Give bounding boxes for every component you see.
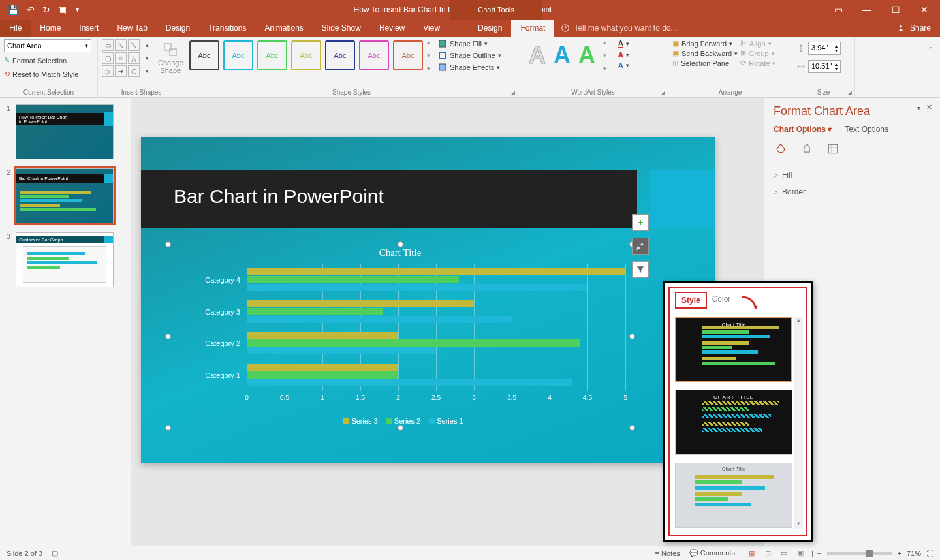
style-tab[interactable]: Style <box>675 292 707 309</box>
share-button[interactable]: Share <box>889 20 940 37</box>
align-button[interactable]: ⊫Align ▾ <box>740 39 776 48</box>
tab-chart-format[interactable]: Format <box>511 20 554 37</box>
text-effects-button[interactable]: A ▾ <box>618 61 629 69</box>
fit-to-window-icon[interactable]: ⛶ <box>926 550 933 557</box>
tab-slideshow[interactable]: Slide Show <box>313 20 370 37</box>
effects-icon[interactable] <box>800 142 814 156</box>
tab-view[interactable]: View <box>414 20 449 37</box>
format-selection-button[interactable]: ✎Format Selection <box>4 55 67 66</box>
tab-animations[interactable]: Animations <box>255 20 312 37</box>
pane-close-icon[interactable]: ✕ <box>926 103 932 112</box>
svg-rect-5 <box>439 52 446 59</box>
fill-line-icon[interactable] <box>774 142 788 156</box>
tab-transitions[interactable]: Transitions <box>199 20 255 37</box>
svg-rect-8 <box>828 144 837 153</box>
style-option-1[interactable]: Chart Title <box>675 317 792 382</box>
ribbon: Chart Area▾ ✎Format Selection ⟲Reset to … <box>0 37 940 98</box>
thumbnail-slide-3[interactable]: Customize Bar Graph <box>16 232 114 287</box>
svg-point-1 <box>900 25 902 28</box>
color-tab[interactable]: Color <box>707 292 736 309</box>
undo-icon[interactable]: ↶ <box>27 5 35 15</box>
slide-counter[interactable]: Slide 2 of 3 <box>7 550 42 557</box>
tab-file[interactable]: File <box>0 20 31 37</box>
tab-insert[interactable]: Insert <box>70 20 108 37</box>
zoom-percent[interactable]: 71% <box>907 550 921 557</box>
style-popup-scrollbar[interactable]: ▴ ▾ <box>794 317 803 529</box>
chart-side-buttons: ＋ <box>632 214 649 278</box>
shape-styles-launcher-icon[interactable]: ◢ <box>510 89 515 96</box>
style-option-3[interactable]: Chart Title <box>675 463 792 528</box>
thumbnail-slide-1[interactable]: How To Insert Bar Chart in PowerPoint <box>16 104 114 159</box>
zoom-slider[interactable] <box>827 552 892 555</box>
notes-button[interactable]: ≡ Notes <box>655 550 680 557</box>
ribbon-display-icon[interactable]: ▭ <box>825 5 851 15</box>
border-section[interactable]: ▷Border <box>774 183 931 200</box>
chart-plot-area: 00.511.522.533.544.55Category 4Category … <box>247 264 625 401</box>
fill-section[interactable]: ▷Fill <box>774 166 931 183</box>
slide-title: Bar Chart in PowerPoint <box>141 170 637 228</box>
size-launcher-icon[interactable]: ◢ <box>847 89 852 96</box>
chart-element-combo[interactable]: Chart Area▾ <box>4 39 91 52</box>
svg-rect-4 <box>439 40 446 47</box>
pane-dropdown-icon[interactable]: ▾ <box>917 104 920 112</box>
chart-tools-label: Chart Tools <box>450 0 542 20</box>
tab-design[interactable]: Design <box>157 20 199 37</box>
rotate-button: ⟳Rotate ▾ <box>740 59 776 67</box>
group-wordart-styles: A A A ▴▾▾ A ▾ A ▾ A ▾ WordArt Styles ◢ <box>518 37 668 97</box>
chart-options-tab[interactable]: Chart Options ▾ <box>774 125 832 134</box>
thumbnail-slide-2[interactable]: Bar Chart in PowerPoint <box>16 168 114 223</box>
width-input[interactable]: 10.51"▴▾ <box>796 60 841 73</box>
chart-elements-button[interactable]: ＋ <box>632 214 649 231</box>
text-options-tab[interactable]: Text Options <box>845 125 888 134</box>
spell-check-icon[interactable]: ▢ <box>52 549 58 557</box>
send-backward-button[interactable]: ▣Send Backward ▾ <box>672 49 738 57</box>
chart-styles-button[interactable] <box>632 238 649 255</box>
qat-dropdown-icon[interactable]: ▼ <box>74 7 80 13</box>
chart-legend: Series 3 Series 2 Series 1 <box>168 417 632 425</box>
minimize-icon[interactable]: — <box>854 5 880 15</box>
tell-me-input[interactable]: Tell me what you want to do... <box>554 20 889 37</box>
sorter-view-icon[interactable]: ⊞ <box>760 549 775 557</box>
selection-pane-button[interactable]: ⊞Selection Pane <box>672 59 738 67</box>
text-fill-button[interactable]: A ▾ <box>618 39 629 48</box>
tab-review[interactable]: Review <box>370 20 414 37</box>
wordart-launcher-icon[interactable]: ◢ <box>661 89 665 96</box>
redo-icon[interactable]: ↻ <box>42 5 50 15</box>
format-pane-title: Format Chart Area <box>774 104 931 118</box>
status-bar: Slide 2 of 3 ▢ ≡ Notes 💬 Comments ▦ ⊞ ▭ … <box>0 546 940 560</box>
close-icon[interactable]: ✕ <box>911 5 937 15</box>
text-outline-button[interactable]: A ▾ <box>618 51 629 59</box>
change-shape-button[interactable]: Change Shape <box>155 39 186 77</box>
reset-style-button[interactable]: ⟲Reset to Match Style <box>4 69 79 80</box>
shape-outline-button[interactable]: Shape Outline ▾ <box>438 51 501 60</box>
chart-object[interactable]: Chart Title 00.511.522.533.544.55Categor… <box>168 245 632 428</box>
tab-chart-design[interactable]: Design <box>469 20 511 37</box>
svg-rect-6 <box>439 64 446 70</box>
shape-fill-button[interactable]: Shape Fill ▾ <box>438 39 501 48</box>
style-option-2[interactable]: CHART TITLE <box>675 390 792 455</box>
normal-view-icon[interactable]: ▦ <box>744 549 759 557</box>
maximize-icon[interactable]: ☐ <box>883 5 909 15</box>
collapse-ribbon-icon[interactable]: ⌃ <box>928 46 933 54</box>
save-icon[interactable]: 💾 <box>8 5 19 15</box>
tab-newtab[interactable]: New Tab <box>108 20 156 37</box>
tab-home[interactable]: Home <box>31 20 70 37</box>
zoom-out-icon[interactable]: − <box>817 550 821 557</box>
ribbon-tabs: File Home Insert New Tab Design Transiti… <box>0 20 940 37</box>
zoom-in-icon[interactable]: + <box>898 550 901 557</box>
start-slideshow-icon[interactable]: ▣ <box>58 5 67 15</box>
shapes-gallery[interactable]: ▭＼＼▴ ▢○△▾ ◇➔⬡▾ <box>102 39 153 77</box>
shape-effects-button[interactable]: Shape Effects ▾ <box>438 63 501 72</box>
slide-thumbnails: 1 How To Insert Bar Chart in PowerPoint … <box>0 98 131 546</box>
height-input[interactable]: 3.94"▴▾ <box>796 42 841 55</box>
comments-button[interactable]: 💬 Comments <box>689 549 735 557</box>
chart-filters-button[interactable] <box>632 261 649 278</box>
bring-forward-button[interactable]: ▣Bring Forward ▾ <box>672 39 738 48</box>
size-properties-icon[interactable] <box>826 142 840 156</box>
quick-access-toolbar: 💾 ↶ ↻ ▣ ▼ <box>0 5 80 15</box>
reading-view-icon[interactable]: ▭ <box>777 549 791 557</box>
slideshow-view-icon[interactable]: ▣ <box>793 549 807 557</box>
wordart-gallery[interactable]: A A A ▴▾▾ <box>522 39 613 72</box>
view-buttons: ▦ ⊞ ▭ ▣ <box>744 549 807 557</box>
shape-style-gallery[interactable]: Abc Abc Abc Abc Abc Abc Abc ▴▾▾ <box>189 39 430 72</box>
